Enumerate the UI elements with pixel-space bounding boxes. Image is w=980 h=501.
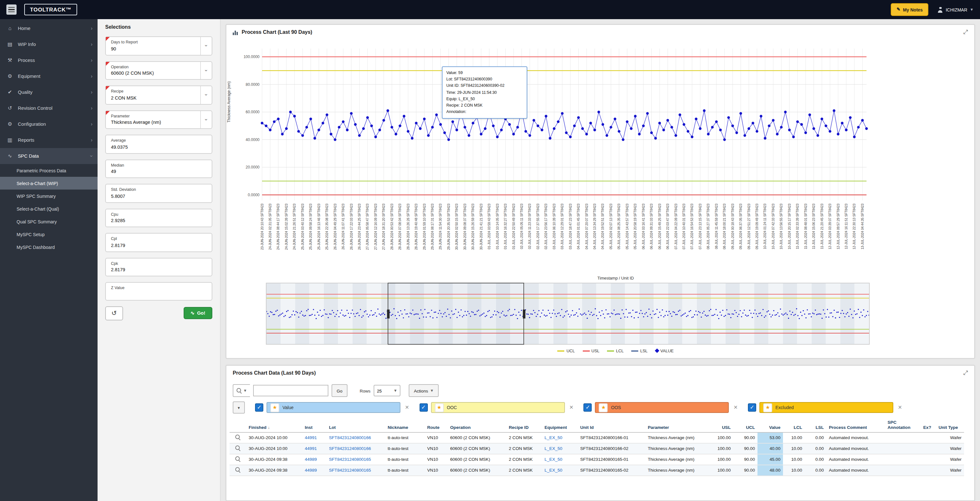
process-icon: ⚒	[6, 57, 13, 63]
field-value: 49	[111, 169, 207, 174]
sidebar-item-select-a-chart-qual[interactable]: Select-a-Chart (Qual)	[0, 202, 97, 215]
search-input[interactable]	[253, 385, 328, 396]
sidebar-item-wip-info[interactable]: ▤WIP Info›	[0, 37, 97, 52]
sidebar-item-revision-control[interactable]: ↺Revision Control›	[0, 100, 97, 116]
column-header-inst[interactable]: Inst	[302, 418, 326, 432]
cell-link[interactable]: 44989	[305, 468, 317, 472]
user-menu[interactable]: ICHIZMAR ▼	[937, 7, 974, 13]
column-header-lot[interactable]: Lot	[326, 418, 385, 432]
column-header-value[interactable]: Value	[757, 418, 783, 432]
remove-filter-icon[interactable]: ✕	[733, 405, 738, 410]
column-header-parameter[interactable]: Parameter	[645, 418, 709, 432]
expand-icon[interactable]: ⤢	[963, 370, 968, 377]
cell-link[interactable]: SFT84231240800166	[329, 446, 371, 451]
chart-navigator[interactable]	[266, 283, 870, 345]
chevron-down-icon[interactable]: ›	[200, 37, 212, 54]
column-header-spc-annotation[interactable]: SPC Annotation	[885, 418, 921, 432]
filter-chip-excluded[interactable]: ★Excluded	[759, 402, 893, 413]
column-header-finished[interactable]: Finished↓	[246, 418, 302, 432]
legend-item-value[interactable]: VALUE	[655, 348, 674, 353]
row-search-icon[interactable]	[235, 445, 241, 451]
chevron-down-icon[interactable]: ›	[200, 111, 212, 128]
legend-item-lcl[interactable]: LCL	[607, 348, 624, 353]
row-search-icon[interactable]	[235, 456, 241, 462]
svg-text:10-JUL-2024 20:15:17 SFT8423: 10-JUL-2024 20:15:17 SFT8423	[788, 204, 791, 249]
column-header-operation[interactable]: Operation	[448, 418, 506, 432]
column-header-ex[interactable]: Ex?	[921, 418, 936, 432]
search-go-button[interactable]: Go	[332, 384, 347, 397]
column-header-usl[interactable]: USL	[709, 418, 733, 432]
column-header-route[interactable]: Route	[425, 418, 448, 432]
cell-link[interactable]: L_EX_50	[544, 446, 562, 451]
column-header-equipment[interactable]: Equipment	[542, 418, 578, 432]
filter-checkbox-excluded[interactable]: ✓	[748, 404, 756, 412]
cell-link[interactable]: L_EX_50	[544, 435, 562, 440]
row-search-icon[interactable]	[235, 434, 241, 440]
my-notes-button[interactable]: ✎ My Notes	[891, 3, 928, 16]
field-days-to-report[interactable]: Days to Report90›	[105, 37, 212, 55]
cell-link[interactable]: 44991	[305, 446, 317, 451]
sidebar-item-qual-spc-summary[interactable]: Qual SPC Summary	[0, 215, 97, 228]
cell-link[interactable]: 44989	[305, 457, 317, 461]
remove-filter-icon[interactable]: ✕	[405, 405, 409, 410]
search-options-button[interactable]: ▼	[233, 384, 250, 397]
sidebar-item-reports[interactable]: ▥Reports›	[0, 132, 97, 148]
filter-checkbox-value[interactable]: ✓	[255, 404, 263, 412]
field-parameter[interactable]: ParameterThickness Average (nm)›	[105, 110, 212, 129]
sidebar-item-configuration[interactable]: ⚙Configuration›	[0, 116, 97, 132]
sidebar-item-select-a-chart-wip[interactable]: Select-a-Chart (WIP)	[0, 177, 97, 190]
cell-link[interactable]: SFT84231240800165	[329, 468, 371, 472]
sidebar-item-spc-data[interactable]: ∿SPC Data›	[0, 148, 97, 164]
cell-link[interactable]: 44991	[305, 435, 317, 440]
hamburger-menu-icon[interactable]	[6, 5, 17, 15]
expand-icon[interactable]: ⤢	[963, 29, 968, 36]
reset-button[interactable]: ↺	[105, 306, 123, 320]
go-button[interactable]: ∿ Go!	[184, 307, 212, 319]
sidebar-item-equipment[interactable]: ⚙Equipment›	[0, 68, 97, 84]
filter-chip-oos[interactable]: ★OOS	[595, 402, 729, 413]
filter-checkbox-ooc[interactable]: ✓	[419, 404, 428, 412]
cell-link[interactable]: L_EX_50	[544, 468, 562, 472]
filter-chip-ooc[interactable]: ★OOC	[431, 402, 565, 413]
column-header-nickname[interactable]: Nickname	[385, 418, 425, 432]
column-header-unit-id[interactable]: Unit Id	[578, 418, 645, 432]
column-header-process-comment[interactable]: Process Comment	[826, 418, 885, 432]
chevron-down-icon[interactable]: ›	[200, 62, 212, 79]
chevron-down-icon[interactable]: ›	[200, 86, 212, 104]
sidebar-item-parametric-process-data[interactable]: Parametric Process Data	[0, 164, 97, 177]
column-header-lsl[interactable]: LSL	[805, 418, 826, 432]
filter-checkbox-oos[interactable]: ✓	[584, 404, 592, 412]
legend-item-usl[interactable]: USL	[582, 348, 599, 353]
sidebar-item-quality[interactable]: ✔Quality›	[0, 84, 97, 100]
sidebar-item-myspc-setup[interactable]: MySPC Setup	[0, 228, 97, 241]
legend-item-lsl[interactable]: LSL	[631, 348, 648, 353]
navigator-selection-window[interactable]	[388, 283, 524, 345]
actions-button[interactable]: Actions ▼	[409, 384, 439, 397]
field-operation[interactable]: Operation60600 (2 CON MSK)›	[105, 61, 212, 80]
column-header-recipe-id[interactable]: Recipe ID	[506, 418, 542, 432]
y-axis-title: Thickness Average (nm)	[227, 81, 231, 123]
remove-filter-icon[interactable]: ✕	[569, 405, 573, 410]
process-chart[interactable]: 23-JUN-2024 20:10:43 SFT842324-JUN-2024 …	[230, 42, 871, 272]
cell-link[interactable]: SFT84231240800166	[329, 435, 371, 440]
column-header-unit-type[interactable]: Unit Type	[936, 418, 964, 432]
cell-link[interactable]: SFT84231240800165	[329, 457, 371, 461]
sidebar-item-myspc-dashboard[interactable]: MySPC Dashboard	[0, 241, 97, 254]
cell-lot: SFT84231240800165	[326, 454, 385, 464]
sidebar-item-process[interactable]: ⚒Process›	[0, 52, 97, 68]
filter-chip-value[interactable]: ★Value	[267, 402, 401, 413]
remove-filter-icon[interactable]: ✕	[898, 405, 902, 410]
filter-menu-button[interactable]: ▼	[233, 401, 245, 413]
field-recipe[interactable]: Recipe2 CON MSK›	[105, 86, 212, 104]
cell-link[interactable]: L_EX_50	[544, 457, 562, 461]
row-search-icon[interactable]	[235, 467, 241, 472]
svg-text:27-JUN-2024 18:31:20 SFT8423: 27-JUN-2024 18:31:20 SFT8423	[382, 204, 385, 250]
column-header-lcl[interactable]: LCL	[783, 418, 805, 432]
legend-item-ucl[interactable]: UCL	[558, 348, 575, 353]
cell-process-comment: Automated moveout.	[826, 432, 885, 443]
sidebar-item-wip-spc-summary[interactable]: WIP SPC Summary	[0, 190, 97, 202]
actions-label: Actions	[414, 388, 428, 393]
sidebar-item-home[interactable]: ⌂Home›	[0, 21, 97, 37]
rows-select[interactable]: 25 ▼	[374, 385, 401, 396]
column-header-ucl[interactable]: UCL	[733, 418, 757, 432]
